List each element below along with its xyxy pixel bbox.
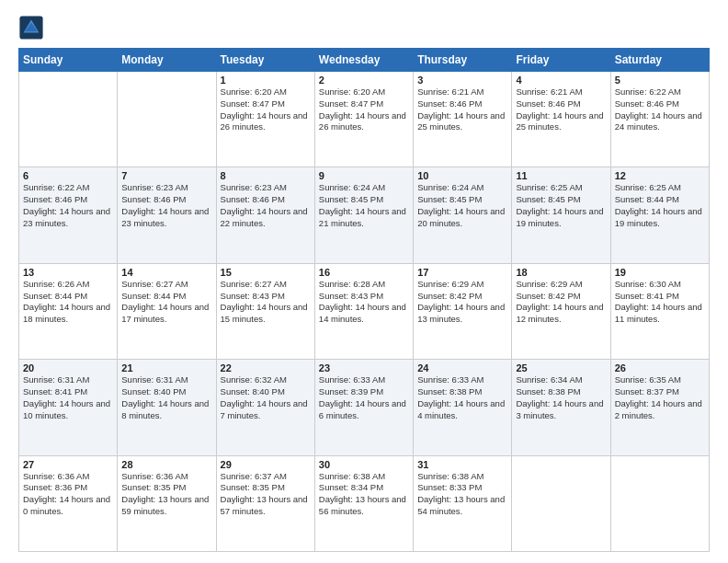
- calendar-cell: 29Sunrise: 6:37 AM Sunset: 8:35 PM Dayli…: [216, 455, 314, 551]
- day-info: Sunrise: 6:23 AM Sunset: 8:46 PM Dayligh…: [221, 182, 311, 229]
- day-number: 3: [417, 75, 507, 86]
- calendar-cell: 17Sunrise: 6:29 AM Sunset: 8:42 PM Dayli…: [414, 263, 512, 359]
- day-info: Sunrise: 6:22 AM Sunset: 8:46 PM Dayligh…: [615, 86, 705, 133]
- calendar-day-header: Monday: [118, 49, 216, 72]
- day-number: 11: [516, 170, 606, 181]
- calendar-cell: 30Sunrise: 6:38 AM Sunset: 8:34 PM Dayli…: [314, 455, 413, 551]
- day-number: 19: [615, 267, 705, 278]
- day-number: 4: [516, 75, 606, 86]
- day-info: Sunrise: 6:29 AM Sunset: 8:42 PM Dayligh…: [516, 279, 606, 326]
- calendar-cell: 25Sunrise: 6:34 AM Sunset: 8:38 PM Dayli…: [512, 360, 610, 455]
- page: SundayMondayTuesdayWednesdayThursdayFrid…: [0, 0, 728, 563]
- day-number: 12: [615, 170, 705, 181]
- calendar-cell: 21Sunrise: 6:31 AM Sunset: 8:40 PM Dayli…: [118, 360, 216, 455]
- calendar-cell: 9Sunrise: 6:24 AM Sunset: 8:45 PM Daylig…: [314, 167, 413, 263]
- day-info: Sunrise: 6:29 AM Sunset: 8:42 PM Dayligh…: [417, 279, 507, 326]
- day-info: Sunrise: 6:31 AM Sunset: 8:41 PM Dayligh…: [23, 374, 113, 421]
- calendar-day-header: Saturday: [610, 49, 709, 72]
- calendar-week-row: 6Sunrise: 6:22 AM Sunset: 8:46 PM Daylig…: [19, 167, 710, 263]
- day-number: 14: [121, 267, 211, 278]
- calendar-cell: 22Sunrise: 6:32 AM Sunset: 8:40 PM Dayli…: [216, 360, 314, 455]
- day-info: Sunrise: 6:25 AM Sunset: 8:44 PM Dayligh…: [615, 182, 705, 229]
- calendar-week-row: 13Sunrise: 6:26 AM Sunset: 8:44 PM Dayli…: [19, 263, 710, 359]
- calendar-cell: 13Sunrise: 6:26 AM Sunset: 8:44 PM Dayli…: [19, 263, 118, 359]
- logo: [18, 15, 46, 40]
- day-number: 2: [319, 75, 409, 86]
- calendar-cell: 7Sunrise: 6:23 AM Sunset: 8:46 PM Daylig…: [118, 167, 216, 263]
- day-number: 22: [221, 362, 311, 373]
- day-info: Sunrise: 6:20 AM Sunset: 8:47 PM Dayligh…: [221, 86, 311, 133]
- day-number: 23: [319, 362, 409, 373]
- calendar-cell: 6Sunrise: 6:22 AM Sunset: 8:46 PM Daylig…: [19, 167, 118, 263]
- day-number: 17: [417, 267, 507, 278]
- calendar-cell: 15Sunrise: 6:27 AM Sunset: 8:43 PM Dayli…: [216, 263, 314, 359]
- calendar-week-row: 1Sunrise: 6:20 AM Sunset: 8:47 PM Daylig…: [19, 72, 710, 167]
- day-number: 28: [121, 459, 211, 470]
- calendar-cell: 12Sunrise: 6:25 AM Sunset: 8:44 PM Dayli…: [610, 167, 709, 263]
- calendar-cell: 23Sunrise: 6:33 AM Sunset: 8:39 PM Dayli…: [314, 360, 413, 455]
- calendar-cell: 28Sunrise: 6:36 AM Sunset: 8:35 PM Dayli…: [118, 455, 216, 551]
- calendar-cell: 8Sunrise: 6:23 AM Sunset: 8:46 PM Daylig…: [216, 167, 314, 263]
- calendar-cell: 20Sunrise: 6:31 AM Sunset: 8:41 PM Dayli…: [19, 360, 118, 455]
- day-number: 25: [516, 362, 606, 373]
- day-number: 27: [23, 459, 113, 470]
- day-info: Sunrise: 6:24 AM Sunset: 8:45 PM Dayligh…: [417, 182, 507, 229]
- day-number: 31: [417, 459, 507, 470]
- day-info: Sunrise: 6:20 AM Sunset: 8:47 PM Dayligh…: [319, 86, 409, 133]
- day-info: Sunrise: 6:23 AM Sunset: 8:46 PM Dayligh…: [121, 182, 211, 229]
- day-info: Sunrise: 6:24 AM Sunset: 8:45 PM Dayligh…: [319, 182, 409, 229]
- calendar-table: SundayMondayTuesdayWednesdayThursdayFrid…: [18, 48, 710, 552]
- day-number: 24: [417, 362, 507, 373]
- day-info: Sunrise: 6:25 AM Sunset: 8:45 PM Dayligh…: [516, 182, 606, 229]
- day-info: Sunrise: 6:32 AM Sunset: 8:40 PM Dayligh…: [221, 374, 311, 421]
- day-info: Sunrise: 6:27 AM Sunset: 8:44 PM Dayligh…: [121, 279, 211, 326]
- day-info: Sunrise: 6:37 AM Sunset: 8:35 PM Dayligh…: [221, 471, 311, 518]
- calendar-cell: 19Sunrise: 6:30 AM Sunset: 8:41 PM Dayli…: [610, 263, 709, 359]
- calendar-cell: 1Sunrise: 6:20 AM Sunset: 8:47 PM Daylig…: [216, 72, 314, 167]
- calendar-cell: 27Sunrise: 6:36 AM Sunset: 8:36 PM Dayli…: [19, 455, 118, 551]
- day-number: 13: [23, 267, 113, 278]
- day-number: 30: [319, 459, 409, 470]
- calendar-cell: 5Sunrise: 6:22 AM Sunset: 8:46 PM Daylig…: [610, 72, 709, 167]
- day-info: Sunrise: 6:36 AM Sunset: 8:36 PM Dayligh…: [23, 471, 113, 518]
- calendar-cell: 14Sunrise: 6:27 AM Sunset: 8:44 PM Dayli…: [118, 263, 216, 359]
- calendar-day-header: Thursday: [414, 49, 512, 72]
- calendar-cell: 3Sunrise: 6:21 AM Sunset: 8:46 PM Daylig…: [414, 72, 512, 167]
- day-number: 18: [516, 267, 606, 278]
- day-info: Sunrise: 6:34 AM Sunset: 8:38 PM Dayligh…: [516, 374, 606, 421]
- day-info: Sunrise: 6:33 AM Sunset: 8:39 PM Dayligh…: [319, 374, 409, 421]
- calendar-cell: 24Sunrise: 6:33 AM Sunset: 8:38 PM Dayli…: [414, 360, 512, 455]
- day-number: 10: [417, 170, 507, 181]
- day-info: Sunrise: 6:31 AM Sunset: 8:40 PM Dayligh…: [121, 374, 211, 421]
- day-info: Sunrise: 6:38 AM Sunset: 8:33 PM Dayligh…: [417, 471, 507, 518]
- day-info: Sunrise: 6:27 AM Sunset: 8:43 PM Dayligh…: [221, 279, 311, 326]
- day-info: Sunrise: 6:21 AM Sunset: 8:46 PM Dayligh…: [516, 86, 606, 133]
- calendar-cell: [118, 72, 216, 167]
- calendar-cell: 4Sunrise: 6:21 AM Sunset: 8:46 PM Daylig…: [512, 72, 610, 167]
- calendar-cell: [610, 455, 709, 551]
- calendar-week-row: 20Sunrise: 6:31 AM Sunset: 8:41 PM Dayli…: [19, 360, 710, 455]
- calendar-cell: [512, 455, 610, 551]
- day-number: 6: [23, 170, 113, 181]
- calendar-header-row: SundayMondayTuesdayWednesdayThursdayFrid…: [19, 49, 710, 72]
- day-number: 15: [221, 267, 311, 278]
- day-info: Sunrise: 6:28 AM Sunset: 8:43 PM Dayligh…: [319, 279, 409, 326]
- day-number: 1: [221, 75, 311, 86]
- calendar-day-header: Tuesday: [216, 49, 314, 72]
- day-info: Sunrise: 6:22 AM Sunset: 8:46 PM Dayligh…: [23, 182, 113, 229]
- logo-icon: [18, 15, 44, 40]
- day-number: 7: [121, 170, 211, 181]
- day-info: Sunrise: 6:35 AM Sunset: 8:37 PM Dayligh…: [615, 374, 705, 421]
- calendar-cell: 10Sunrise: 6:24 AM Sunset: 8:45 PM Dayli…: [414, 167, 512, 263]
- calendar-day-header: Sunday: [19, 49, 118, 72]
- day-info: Sunrise: 6:33 AM Sunset: 8:38 PM Dayligh…: [417, 374, 507, 421]
- day-number: 20: [23, 362, 113, 373]
- calendar-cell: [19, 72, 118, 167]
- day-number: 26: [615, 362, 705, 373]
- day-info: Sunrise: 6:38 AM Sunset: 8:34 PM Dayligh…: [319, 471, 409, 518]
- calendar-cell: 26Sunrise: 6:35 AM Sunset: 8:37 PM Dayli…: [610, 360, 709, 455]
- calendar-day-header: Friday: [512, 49, 610, 72]
- calendar-cell: 18Sunrise: 6:29 AM Sunset: 8:42 PM Dayli…: [512, 263, 610, 359]
- calendar-day-header: Wednesday: [314, 49, 413, 72]
- day-info: Sunrise: 6:26 AM Sunset: 8:44 PM Dayligh…: [23, 279, 113, 326]
